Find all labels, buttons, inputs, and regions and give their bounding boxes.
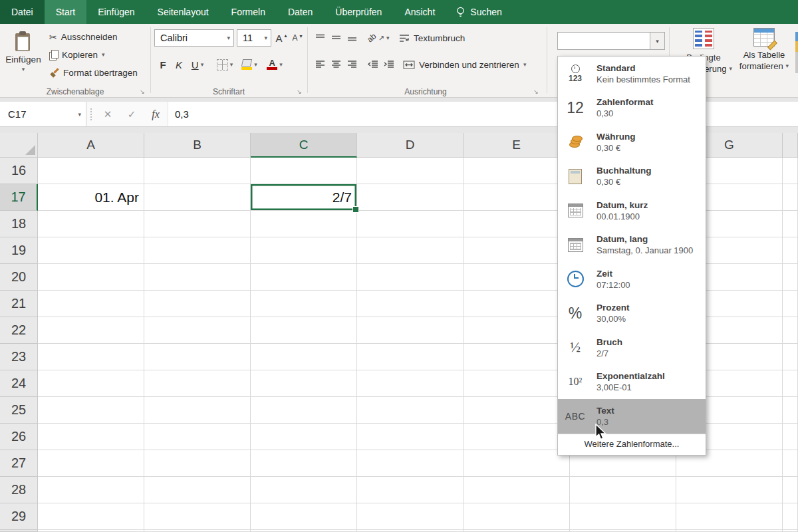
cell-C18[interactable] [251, 211, 357, 237]
format-as-table-button[interactable]: Als Tabelle formatieren▾ [733, 28, 795, 94]
grow-font-button[interactable]: A▴ [274, 29, 289, 47]
cell-A16[interactable] [38, 158, 144, 184]
cell-E29[interactable] [464, 503, 570, 530]
clipboard-dialog-launcher[interactable]: ↘ [138, 88, 146, 96]
cell-A18[interactable] [38, 211, 144, 237]
format-option-exponentialzahl[interactable]: 10²Exponentialzahl3,00E-01 [558, 365, 706, 400]
cell-D20[interactable] [357, 264, 464, 291]
cell-A22[interactable] [38, 317, 144, 344]
format-option-buchhaltung[interactable]: Buchhaltung0,30 € [558, 160, 706, 194]
align-top-button[interactable] [313, 29, 327, 45]
cell-D18[interactable] [357, 211, 464, 237]
dropdown-arrow-icon[interactable]: ▾ [650, 33, 664, 49]
cell-D28[interactable] [357, 477, 464, 503]
tab-datei[interactable]: Datei [0, 0, 45, 24]
cell-A27[interactable] [38, 450, 144, 477]
cell-E27[interactable] [464, 450, 570, 477]
font-size-combo[interactable]: 11 ▾ [237, 29, 271, 47]
cell-B19[interactable] [144, 237, 251, 264]
cell-C25[interactable] [251, 397, 357, 424]
tab-ansicht[interactable]: Ansicht [393, 0, 446, 24]
cell-B25[interactable] [144, 397, 251, 424]
cell-D19[interactable] [357, 237, 464, 264]
align-center-button[interactable] [329, 56, 343, 72]
cell-B29[interactable] [144, 503, 251, 530]
align-left-button[interactable] [313, 56, 327, 72]
bold-button[interactable]: F [156, 56, 170, 73]
cell-C22[interactable] [251, 317, 357, 344]
align-right-button[interactable] [344, 56, 359, 72]
cell-B28[interactable] [144, 477, 251, 503]
cell-B24[interactable] [144, 370, 251, 397]
cell-D17[interactable] [357, 184, 464, 211]
cell-A19[interactable] [38, 237, 144, 264]
cell-C28[interactable] [251, 477, 357, 503]
tab-daten[interactable]: Daten [277, 0, 324, 24]
cell-A21[interactable] [38, 291, 144, 317]
orientation-button[interactable]: ab ↗ ▾ [366, 29, 391, 47]
cell-E26[interactable] [464, 424, 570, 450]
cell-D26[interactable] [357, 424, 464, 450]
tab-start[interactable]: Start [45, 0, 87, 24]
tell-me-search[interactable]: Suchen [456, 0, 501, 24]
cell-E25[interactable] [464, 397, 570, 424]
cell-D24[interactable] [357, 370, 464, 397]
cell-E19[interactable] [464, 237, 570, 264]
cell-E16[interactable] [464, 158, 570, 184]
row-header-18[interactable]: 18 [0, 211, 38, 237]
format-option-zahlenformat[interactable]: 12Zahlenformat0,30 [558, 91, 706, 126]
cell-A26[interactable] [38, 424, 144, 450]
row-header-17[interactable]: 17 [0, 184, 38, 211]
column-header-E[interactable]: E [464, 133, 570, 158]
cell-E28[interactable] [464, 477, 570, 503]
font-name-combo[interactable]: Calibri ▾ [154, 29, 234, 47]
cut-button[interactable]: ✂ Ausschneiden [47, 29, 120, 45]
underline-button[interactable]: U ▾ [188, 56, 207, 73]
tab-einfuegen[interactable]: Einfügen [86, 0, 146, 24]
row-header-16[interactable]: 16 [0, 158, 38, 184]
name-box[interactable]: C17 ▾ [0, 102, 86, 126]
column-header-D[interactable]: D [357, 133, 464, 158]
row-header-26[interactable]: 26 [0, 424, 38, 450]
cell-B26[interactable] [144, 424, 251, 450]
decrease-indent-button[interactable] [366, 56, 380, 72]
cell-A24[interactable] [38, 370, 144, 397]
copy-button[interactable]: Kopieren ▾ [47, 47, 108, 63]
format-option-text[interactable]: ABCText0,3 [558, 399, 706, 434]
cell-C27[interactable] [251, 450, 357, 477]
borders-button[interactable]: ▾ [214, 56, 235, 73]
cell-C23[interactable] [251, 344, 357, 370]
cell-C26[interactable] [251, 424, 357, 450]
cell-A17[interactable]: 01. Apr [38, 184, 144, 211]
cell-D25[interactable] [357, 397, 464, 424]
row-header-27[interactable]: 27 [0, 450, 38, 477]
merge-center-button[interactable]: Verbinden und zentrieren ▾ [403, 56, 526, 73]
cancel-button[interactable]: ✕ [96, 102, 120, 126]
row-header-21[interactable]: 21 [0, 291, 38, 317]
row-header-19[interactable]: 19 [0, 237, 38, 264]
cell-A28[interactable] [38, 477, 144, 503]
alignment-dialog-launcher[interactable]: ↘ [532, 88, 540, 96]
column-header-C[interactable]: C [251, 133, 357, 158]
font-dialog-launcher[interactable]: ↘ [295, 88, 303, 96]
format-option-standard[interactable]: 123StandardKein bestimmtes Format [558, 57, 706, 91]
cell-D22[interactable] [357, 317, 464, 344]
cell-B18[interactable] [144, 211, 251, 237]
cell-B20[interactable] [144, 264, 251, 291]
row-header-28[interactable]: 28 [0, 477, 38, 503]
cell-E21[interactable] [464, 291, 570, 317]
format-option-w-hrung[interactable]: Währung0,30 € [558, 125, 706, 160]
column-header-B[interactable]: B [144, 133, 251, 158]
cell-D16[interactable] [357, 158, 464, 184]
increase-indent-button[interactable] [382, 56, 396, 72]
cell-D21[interactable] [357, 291, 464, 317]
cell-E17[interactable] [464, 184, 570, 211]
cell-B27[interactable] [144, 450, 251, 477]
wrap-text-button[interactable]: Textumbruch [399, 29, 465, 47]
cell-F29[interactable] [570, 503, 676, 530]
cell-B16[interactable] [144, 158, 251, 184]
more-number-formats[interactable]: Weitere Zahlenformate... [558, 434, 706, 455]
insert-function-button[interactable]: fx [144, 102, 168, 126]
cell-A25[interactable] [38, 397, 144, 424]
cell-C29[interactable] [251, 503, 357, 530]
